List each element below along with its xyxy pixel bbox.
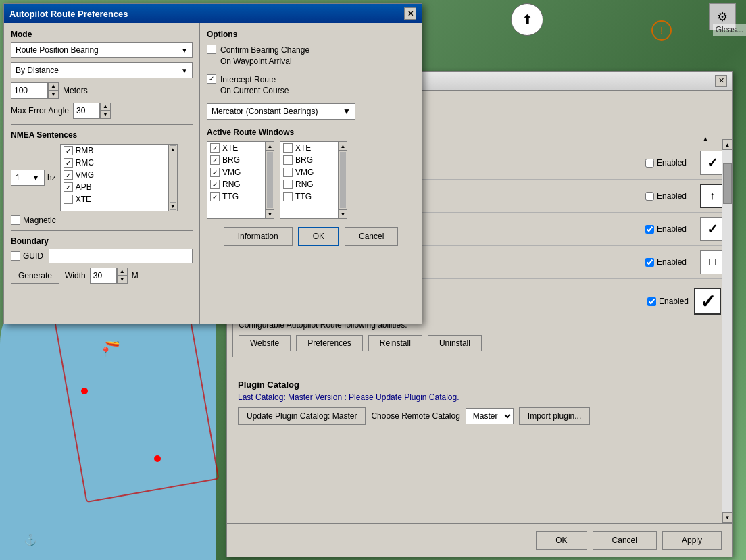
plugin-vector-icon: ↑ — [700, 184, 724, 208]
apb-checkbox[interactable] — [64, 182, 73, 192]
reinstall-button[interactable]: Reinstall — [368, 335, 422, 351]
guid-checkbox[interactable] — [11, 251, 20, 261]
left-rng-checkbox[interactable] — [210, 180, 220, 189]
ok-button[interactable]: OK — [298, 227, 339, 246]
max-error-up-button[interactable]: ▲ — [100, 103, 111, 111]
right-brg-checkbox[interactable] — [283, 155, 293, 165]
windows-container: XTE BRG VMG RNG — [207, 141, 415, 219]
magnetic-checkbox[interactable] — [11, 215, 20, 225]
right-scroll-down[interactable]: ▼ — [339, 209, 347, 219]
divider-2 — [11, 230, 193, 231]
plugin-raster-enabled-checkbox[interactable] — [645, 159, 654, 168]
plugin-manager-scrollbar[interactable]: ▲ ▼ — [722, 139, 732, 523]
right-ttg-checkbox[interactable] — [283, 192, 293, 201]
plugin-vector-enabled-checkbox[interactable] — [645, 192, 654, 201]
guid-input[interactable] — [49, 249, 193, 263]
plugin-empty-icon: □ — [700, 250, 724, 274]
hz-dropdown[interactable]: 1 ▼ — [11, 170, 45, 186]
sub-mode-dropdown[interactable]: By Distance ▼ — [11, 62, 193, 78]
apb-label: APB — [76, 182, 92, 192]
plugin-manager-close[interactable]: ✕ — [715, 75, 727, 87]
sentences-scroll-down[interactable]: ▼ — [170, 202, 176, 210]
sentence-apb: APB — [61, 181, 168, 193]
right-window-scrollbar[interactable]: ▲ ▼ — [338, 141, 347, 219]
left-scroll-up[interactable]: ▲ — [266, 141, 274, 151]
left-vmg-checkbox[interactable] — [210, 168, 220, 177]
pm-ok-button[interactable]: OK — [536, 531, 587, 550]
right-vmg: VMG — [280, 166, 347, 178]
width-row: Width ▲ ▼ M — [65, 268, 139, 284]
max-error-input[interactable] — [73, 103, 100, 119]
plugin-raster-enabled: Enabled — [645, 158, 687, 168]
distance-up-button[interactable]: ▲ — [48, 82, 59, 91]
option2-checkbox[interactable] — [207, 74, 216, 84]
left-brg-checkbox[interactable] — [210, 155, 220, 165]
hz-dropdown-arrow: ▼ — [32, 173, 40, 182]
pm-apply-button[interactable]: Apply — [662, 531, 722, 550]
divider-1 — [11, 124, 193, 125]
left-window-scrollbar[interactable]: ▲ ▼ — [265, 141, 274, 219]
xte-checkbox[interactable] — [64, 195, 73, 204]
width-down-button[interactable]: ▼ — [117, 276, 128, 284]
pm-cancel-button[interactable]: Cancel — [593, 531, 657, 550]
option2-line1: Intercept Route — [220, 75, 276, 84]
width-spinbox-buttons: ▲ ▼ — [117, 268, 128, 284]
plugin-raster-enabled-label: Enabled — [657, 158, 687, 168]
import-plugin-button[interactable]: Import plugin... — [519, 407, 590, 425]
tabs-scroll-up[interactable]: ▲ — [699, 132, 712, 141]
option1-checkbox[interactable] — [207, 45, 216, 54]
hz-unit: hz — [47, 173, 56, 182]
vmg-checkbox[interactable] — [64, 170, 73, 180]
pm-scroll-up[interactable]: ▲ — [722, 139, 732, 150]
plugin-empty-enabled-checkbox[interactable] — [645, 258, 654, 267]
place-name: Gleas... — [713, 24, 746, 36]
distance-down-button[interactable]: ▼ — [48, 91, 59, 99]
generate-button[interactable]: Generate — [11, 268, 59, 284]
cancel-button[interactable]: Cancel — [345, 227, 398, 246]
right-xte-checkbox[interactable] — [283, 143, 293, 153]
plugin-cpn-enabled-checkbox[interactable] — [645, 225, 654, 234]
right-scroll-thumb — [340, 152, 346, 208]
rmc-checkbox[interactable] — [64, 158, 73, 168]
ap-prefs-close-button[interactable]: ✕ — [404, 7, 416, 20]
option1-line2: On Waypoint Arrival — [220, 57, 292, 66]
preferences-button[interactable]: Preferences — [296, 335, 363, 351]
ap-prefs-title: Autopilot Route Preferences — [9, 9, 128, 19]
ap-prefs-titlebar: Autopilot Route Preferences ✕ — [4, 4, 422, 23]
option2-line2: On Current Course — [220, 86, 289, 95]
right-xte: XTE — [280, 142, 347, 154]
left-xte-checkbox[interactable] — [210, 143, 220, 153]
distance-row: ▲ ▼ Meters — [11, 82, 193, 99]
width-label: Width — [65, 271, 86, 280]
autopilot-action-buttons: Website Preferences Reinstall Uninstall — [239, 335, 721, 351]
right-vmg-checkbox[interactable] — [283, 168, 293, 177]
rmb-checkbox[interactable] — [64, 146, 73, 155]
mode-dropdown[interactable]: Route Position Bearing ▼ — [11, 42, 193, 58]
website-button[interactable]: Website — [239, 335, 291, 351]
pm-scroll-thumb[interactable] — [723, 163, 732, 204]
max-error-down-button[interactable]: ▼ — [100, 111, 111, 119]
catalog-select[interactable]: Master — [466, 408, 514, 424]
plugin-empty-enabled: Enabled — [645, 257, 687, 267]
left-window-list: XTE BRG VMG RNG — [207, 141, 274, 219]
width-input[interactable] — [90, 268, 117, 284]
uninstall-button[interactable]: Uninstall — [428, 335, 482, 351]
projection-dropdown[interactable]: Mercator (Constant Bearings) ▼ — [207, 103, 355, 120]
right-rng-checkbox[interactable] — [283, 180, 293, 189]
generate-row: Generate Width ▲ ▼ M — [11, 263, 193, 284]
options-label: Options — [207, 30, 415, 39]
option1-row: Confirm Bearing Change On Waypoint Arriv… — [207, 45, 415, 68]
left-ttg-checkbox[interactable] — [210, 192, 220, 201]
pm-scroll-down[interactable]: ▼ — [722, 512, 732, 523]
width-up-button[interactable]: ▲ — [117, 268, 128, 276]
autopilot-big-checkbox[interactable] — [694, 288, 721, 315]
update-catalog-button[interactable]: Update Plugin Catalog: Master — [238, 407, 366, 425]
autopilot-enabled-checkbox[interactable] — [647, 297, 656, 306]
information-button[interactable]: Information — [224, 227, 293, 246]
sentence-rmb: RMB — [61, 145, 168, 157]
right-scroll-up[interactable]: ▲ — [339, 141, 347, 151]
sentences-scroll-up[interactable]: ▲ — [170, 145, 176, 153]
left-brg: BRG — [207, 154, 274, 166]
distance-input[interactable] — [11, 82, 48, 99]
left-scroll-down[interactable]: ▼ — [266, 209, 274, 219]
